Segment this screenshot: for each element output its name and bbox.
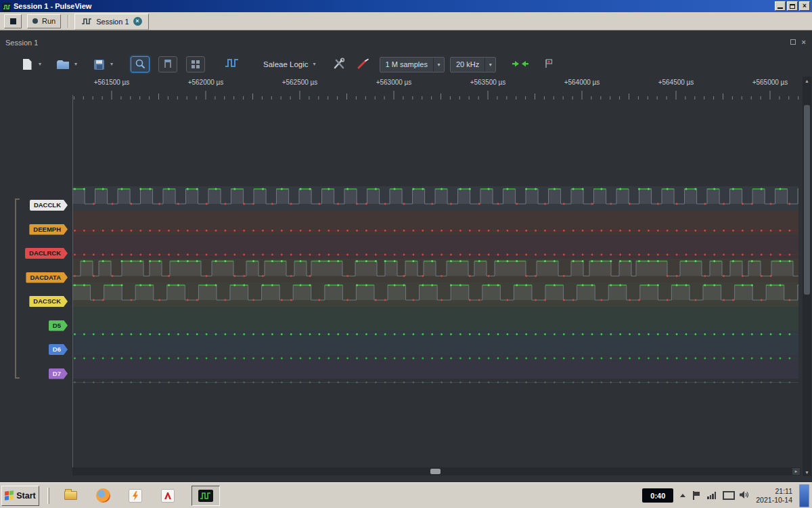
tray-signal-bars-icon[interactable] [707,492,716,499]
open-file-button[interactable] [55,56,71,72]
tray-timer-value: 0:40 [650,492,665,500]
channel-label-daclrck[interactable]: DACLRCK [25,248,68,259]
sample-rate-combobox[interactable]: 20 kHz ▾ [450,57,496,72]
red-probe-icon [357,58,370,72]
channel-label-d5[interactable]: D5 [49,320,68,331]
show-cursors-toggle-button[interactable] [158,56,177,72]
channel-label-d7[interactable]: D7 [49,368,68,379]
save-disk-icon [94,60,104,70]
adobe-reader-icon [161,489,175,503]
run-icon [32,18,38,24]
device-selector-arrow: ▾ [313,62,316,67]
horizontal-scrollbar[interactable]: ▸ [72,467,800,475]
channel-label-dacdata[interactable]: DACDATA [26,272,68,283]
cursors-icon [162,58,174,72]
restore-icon [790,4,795,9]
trace-view[interactable]: DACCLKDEEMPHDACLRCKDACDATADACSCKD5D6D7 [0,100,812,469]
stop-icon [10,18,16,24]
ruler-label: +563500 µs [470,79,506,86]
save-file-dropdown-arrow[interactable]: ▾ [110,62,113,67]
bolt-app-icon [129,489,142,503]
grid-icon [191,60,200,68]
stop-button[interactable] [4,14,22,28]
quicklaunch-bolt-app[interactable] [127,487,144,505]
hidden-icons-arrow[interactable] [680,494,685,497]
ruler-label: +562500 µs [282,79,318,86]
open-file-dropdown-arrow[interactable]: ▾ [74,62,77,67]
decoder-signal-button[interactable] [224,56,240,72]
tray-flag-icon[interactable] [692,491,700,500]
new-session-dropdown-arrow[interactable]: ▾ [39,62,41,67]
trigger-settings-button[interactable] [541,56,557,72]
channel-group-bracket [15,198,20,379]
scroll-right-arrow[interactable]: ▸ [792,468,800,475]
tray-volume-icon[interactable] [739,490,749,502]
scroll-down-arrow[interactable]: ▼ [803,468,811,476]
show-desktop-strip[interactable] [799,484,809,507]
sample-count-arrow: ▾ [433,58,444,72]
new-file-icon [23,59,32,70]
session-tab-icon [81,17,92,26]
tray-network-icon[interactable] [723,491,732,500]
time-ruler[interactable]: +561500 µs+562000 µs+562500 µs+563000 µs… [0,77,812,100]
ruler-label: +565000 µs [752,79,788,86]
open-folder-icon [57,60,69,69]
start-button[interactable]: Start [1,486,39,506]
dock-float-icon[interactable] [790,39,796,45]
restore-button[interactable] [787,1,798,11]
tray-timer[interactable]: 0:40 [642,488,673,503]
vertical-scrollbar-thumb[interactable] [804,105,810,295]
explorer-folder-icon [64,491,77,500]
quicklaunch-grip [47,488,49,504]
window-titlebar[interactable]: Session 1 - PulseView × [0,0,812,12]
session-dock-title: Session 1 [5,39,38,47]
window-title: Session 1 - PulseView [14,2,91,10]
device-selector[interactable]: Saleae Logic ▾ [261,56,319,72]
run-button-label: Run [42,17,55,25]
close-button[interactable]: × [799,1,810,11]
channel-label-dacclk[interactable]: DACCLK [30,200,68,211]
tab-session-1[interactable]: Session 1 × [74,14,148,30]
minimize-button[interactable] [775,1,786,11]
quicklaunch-adobe-reader[interactable] [159,487,177,505]
minimize-icon [777,7,783,9]
waveform-canvas [0,100,812,469]
green-arrows-icon [512,59,528,70]
clock-time: 21:11 [756,487,792,496]
channels-probe-button[interactable] [355,56,371,72]
scroll-up-arrow[interactable]: ▲ [803,77,811,85]
session-dock: Session 1 × ▾ ▾ ▾ [0,31,812,482]
channel-label-deemph[interactable]: DEEMPH [29,224,68,235]
configure-device-button[interactable] [331,56,347,72]
wrench-screwdriver-icon [332,58,346,72]
session-toolbar: ▾ ▾ ▾ [0,54,798,75]
tab-close-icon[interactable]: × [133,17,142,26]
run-toolbar: Run Session 1 × [0,12,812,30]
session-tab-label: Session 1 [96,18,129,26]
run-button[interactable]: Run [27,14,61,28]
quicklaunch-firefox[interactable] [94,487,112,505]
zoom-fit-toggle-button[interactable] [131,56,150,72]
pulseview-task-icon [198,490,213,502]
taskbar-clock[interactable]: 21:11 2021-10-14 [756,487,792,505]
new-session-button[interactable] [19,56,35,72]
ruler-label: +564000 µs [564,79,600,86]
horizontal-scrollbar-thumb[interactable] [430,469,441,474]
start-button-label: Start [16,491,35,501]
save-file-button[interactable] [91,56,107,72]
vertical-scrollbar[interactable]: ▲ ▼ [803,77,811,476]
ruler-label: +562000 µs [188,79,224,86]
channel-label-dacsck[interactable]: DACSCK [29,296,68,307]
grid-toggle-button[interactable] [186,56,205,72]
ruler-label: +561500 µs [94,79,130,86]
dock-close-icon[interactable]: × [802,39,806,45]
sample-count-value: 1 M samples [380,60,433,68]
capture-markers-button[interactable] [512,56,528,72]
channel-label-d6[interactable]: D6 [49,344,68,355]
taskbar: Start 0:40 [0,482,812,508]
taskbar-item-pulseview[interactable] [191,486,220,506]
quicklaunch-explorer[interactable] [62,487,79,505]
sample-count-combobox[interactable]: 1 M samples ▾ [380,57,445,72]
clock-date: 2021-10-14 [756,496,792,505]
signal-wave-icon [225,58,240,71]
